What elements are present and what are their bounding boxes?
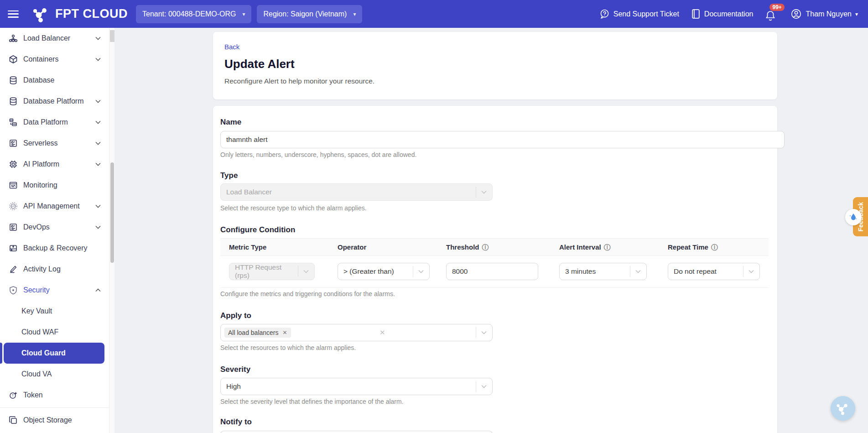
alert-form-card: Name Only letters, numbers, underscore, … xyxy=(213,106,777,433)
send-support-ticket-label: Send Support Ticket xyxy=(613,10,679,18)
condition-table-header: Metric Type Operator Thresholdⓘ Alert In… xyxy=(220,238,769,256)
chevron-down-icon: ▾ xyxy=(855,11,858,17)
region-label: Region: Saigon (Vietnam) xyxy=(263,10,347,18)
ai-molecule-icon xyxy=(836,402,850,415)
name-input[interactable] xyxy=(220,131,785,148)
support-chat-icon xyxy=(599,9,610,19)
sidebar-item-monitoring[interactable]: Monitoring xyxy=(0,175,109,196)
apply-to-label: Apply to xyxy=(220,311,251,320)
send-support-ticket-link[interactable]: Send Support Ticket xyxy=(599,9,679,19)
chevron-down-icon xyxy=(95,57,101,61)
region-selector[interactable]: Region: Saigon (Vietnam) ▾ xyxy=(257,5,362,23)
user-avatar-icon xyxy=(790,8,802,20)
chevron-down-icon xyxy=(95,141,101,145)
severity-value: High xyxy=(226,382,241,391)
sidebar-item-label: Cloud VA xyxy=(21,370,52,378)
feedback-drop-badge[interactable] xyxy=(845,209,862,225)
metric-type-select[interactable]: HTTP Request (rps) xyxy=(229,263,315,280)
sidebar-item-label: AI Platform xyxy=(23,160,59,168)
sidebar-item-load-balancer[interactable]: Load Balancer xyxy=(0,28,109,49)
containers-icon xyxy=(8,54,18,64)
svg-text:T: T xyxy=(12,394,14,397)
operator-value: > (Greater than) xyxy=(343,267,394,276)
sidebar-item-database-platform[interactable]: Database Platform xyxy=(0,91,109,112)
sidebar-item-label: Token xyxy=(23,391,43,399)
chevron-down-icon xyxy=(476,381,492,392)
sidebar-item-object-storage[interactable]: Object Storage xyxy=(0,410,109,431)
sidebar-item-devops[interactable]: DevOps xyxy=(0,217,109,238)
name-label: Name xyxy=(220,118,241,127)
alert-interval-select[interactable]: 3 minutes xyxy=(559,263,647,280)
sidebar-item-key-vault[interactable]: Key Vault xyxy=(0,301,109,322)
sidebar-toggle-button[interactable] xyxy=(0,0,26,28)
column-header-threshold: Thresholdⓘ xyxy=(446,243,559,251)
brand-logo[interactable]: FPT CLOUD xyxy=(33,5,128,23)
repeat-time-select[interactable]: Do not repeat xyxy=(668,263,760,280)
column-header-alert-interval: Alert Intervalⓘ xyxy=(559,243,668,251)
scrollbar-button[interactable] xyxy=(110,30,114,42)
chip-label: All load balancers xyxy=(228,329,279,336)
chevron-down-icon xyxy=(298,266,314,277)
sidebar-item-activity-log[interactable]: Activity Log xyxy=(0,259,109,280)
sidebar-item-serverless[interactable]: Serverless xyxy=(0,133,109,154)
severity-select[interactable]: High xyxy=(220,378,493,395)
sidebar-scrollbar xyxy=(109,28,114,433)
clear-selection-icon[interactable]: ✕ xyxy=(379,329,387,337)
sidebar-item-ai-platform[interactable]: AI Platform xyxy=(0,154,109,175)
main-content: Back Update Alert Reconfigure Alert to h… xyxy=(114,28,868,433)
type-select[interactable]: Load Balancer xyxy=(220,183,493,201)
operator-select[interactable]: > (Greater than) xyxy=(338,263,430,280)
type-helper-text: Select the resource type to which the al… xyxy=(220,204,367,212)
sidebar-item-label: Load Balancer xyxy=(23,34,70,42)
sidebar-item-security[interactable]: Security xyxy=(0,280,109,301)
sidebar-item-cloud-guard[interactable]: Cloud Guard xyxy=(4,343,104,364)
column-header-repeat-time: Repeat Timeⓘ xyxy=(668,243,769,251)
sidebar-item-containers[interactable]: Containers xyxy=(0,49,109,70)
chevron-down-icon xyxy=(95,204,101,208)
metric-type-value: HTTP Request (rps) xyxy=(235,263,298,280)
top-navbar: FPT CLOUD Tenant: 000488-DEMO-ORG ▾ Regi… xyxy=(0,0,868,28)
threshold-input[interactable] xyxy=(446,263,538,280)
sidebar-item-label: Cloud WAF xyxy=(21,328,58,336)
selected-chip: All load balancers ✕ xyxy=(224,328,291,338)
data-platform-icon xyxy=(8,117,18,127)
sidebar-item-data-platform[interactable]: Data Platform xyxy=(0,112,109,133)
sidebar-item-label: Containers xyxy=(23,55,58,63)
sidebar-item-cloud-va[interactable]: Cloud VA xyxy=(0,364,109,385)
user-menu[interactable]: Tham Nguyen ▾ xyxy=(790,8,858,20)
notifications-button[interactable]: 99+ xyxy=(765,6,779,22)
sidebar-item-token[interactable]: T Token xyxy=(0,385,109,406)
chevron-down-icon xyxy=(95,120,101,124)
info-icon[interactable]: ⓘ xyxy=(604,244,611,250)
apply-to-multiselect[interactable]: All load balancers ✕ ✕ xyxy=(220,324,493,341)
condition-table-row: HTTP Request (rps) > (Greater than) xyxy=(220,256,769,288)
serverless-icon xyxy=(8,138,18,148)
chevron-down-icon xyxy=(95,162,101,166)
sidebar-item-api-management[interactable]: API API Management xyxy=(0,196,109,217)
tenant-selector[interactable]: Tenant: 000488-DEMO-ORG ▾ xyxy=(136,5,251,23)
shield-icon xyxy=(8,285,18,295)
type-label: Type xyxy=(220,171,238,180)
sidebar-item-label: Activity Log xyxy=(23,265,61,273)
scrollbar-thumb[interactable] xyxy=(110,162,114,263)
chevron-down-icon xyxy=(476,327,492,338)
notify-to-select[interactable] xyxy=(220,431,493,433)
back-link[interactable]: Back xyxy=(224,43,239,51)
svg-text:API: API xyxy=(11,205,16,208)
sidebar-item-cloud-waf[interactable]: Cloud WAF xyxy=(0,322,109,343)
info-icon[interactable]: ⓘ xyxy=(482,244,489,250)
chip-remove-icon[interactable]: ✕ xyxy=(283,329,287,336)
chevron-down-icon xyxy=(630,266,646,277)
ai-assistant-button[interactable] xyxy=(831,396,855,421)
page-title: Update Alert xyxy=(224,57,766,71)
chevron-down-icon xyxy=(95,37,101,40)
info-icon[interactable]: ⓘ xyxy=(711,244,718,250)
sidebar-item-database[interactable]: Database xyxy=(0,70,109,91)
documentation-book-icon xyxy=(691,9,701,19)
sidebar-item-label: Cloud Guard xyxy=(21,349,66,357)
sidebar-item-backup-recovery[interactable]: Backup & Recovery xyxy=(0,238,109,259)
alert-interval-value: 3 minutes xyxy=(565,267,596,276)
documentation-link[interactable]: Documentation xyxy=(691,9,754,19)
database-icon xyxy=(8,75,18,85)
monitoring-icon xyxy=(8,180,18,190)
